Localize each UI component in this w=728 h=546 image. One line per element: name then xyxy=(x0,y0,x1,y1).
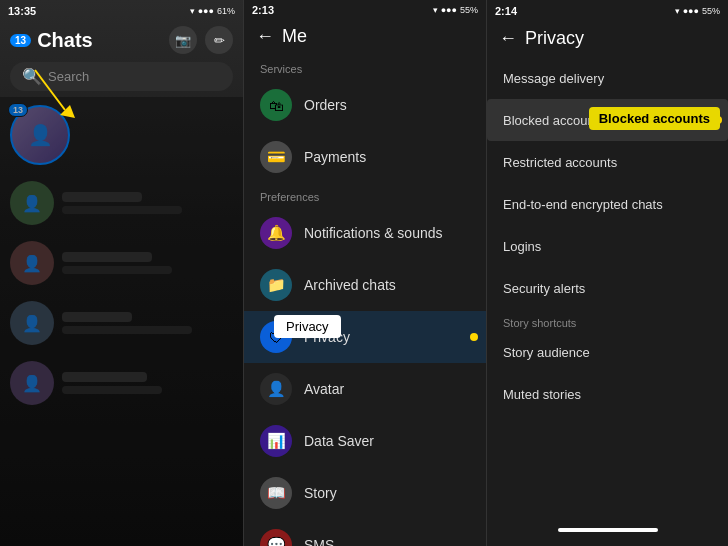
privacy-item-logins[interactable]: Logins xyxy=(487,225,728,267)
time-1: 13:35 xyxy=(8,5,36,17)
header-icons: 📷 ✏ xyxy=(169,26,233,54)
notifications-icon: 🔔 xyxy=(260,217,292,249)
menu-item-datasaver[interactable]: 📊 Data Saver xyxy=(244,415,486,467)
logins-label: Logins xyxy=(503,239,541,254)
privacy-item-blocked[interactable]: Blocked accounts Blocked accounts xyxy=(487,99,728,141)
back-button-privacy[interactable]: ← xyxy=(499,28,517,49)
menu-item-story[interactable]: 📖 Story xyxy=(244,467,486,519)
payments-icon: 💳 xyxy=(260,141,292,173)
back-button[interactable]: ← xyxy=(256,26,274,47)
status-bar-2: 2:13 ▾ ●●● 55% xyxy=(244,0,486,20)
menu-item-payments[interactable]: 💳 Payments xyxy=(244,131,486,183)
privacy-item-e2e[interactable]: End-to-end encrypted chats xyxy=(487,183,728,225)
privacy-tooltip: Privacy xyxy=(274,315,341,338)
annotation-arrow xyxy=(15,60,95,140)
payments-label: Payments xyxy=(304,149,366,165)
menu-item-avatar[interactable]: 👤 Avatar xyxy=(244,363,486,415)
me-header: ← Me xyxy=(244,20,486,55)
security-alerts-label: Security alerts xyxy=(503,281,585,296)
chat-list: 👤 13 👤 👤 👤 xyxy=(0,97,243,546)
avatar-label: Avatar xyxy=(304,381,344,397)
status-bar-3: 2:14 ▾ ●●● 55% xyxy=(487,0,728,22)
privacy-header: ← Privacy xyxy=(487,22,728,57)
preferences-label: Preferences xyxy=(244,183,486,207)
wifi-icon-2: ▾ xyxy=(433,5,438,15)
signal-icon-2: ●●● xyxy=(441,5,457,15)
panel-chats: 13:35 ▾ ●●● 61% 13 Chats 📷 ✏ 🔍 Search xyxy=(0,0,243,546)
privacy-title: Privacy xyxy=(525,28,584,49)
avatar-icon: 👤 xyxy=(260,373,292,405)
signal-icon-3: ●●● xyxy=(683,6,699,16)
notifications-label: Notifications & sounds xyxy=(304,225,443,241)
time-3: 2:14 xyxy=(495,5,517,17)
battery-icon: 61% xyxy=(217,6,235,16)
chats-title-text: Chats xyxy=(37,29,93,52)
chats-title-area: 13 Chats xyxy=(10,29,93,52)
archived-icon: 📁 xyxy=(260,269,292,301)
datasaver-icon: 📊 xyxy=(260,425,292,457)
story-icon: 📖 xyxy=(260,477,292,509)
panel-me: 2:13 ▾ ●●● 55% ← Me Services 🛍 Orders 💳 … xyxy=(243,0,486,546)
e2e-label: End-to-end encrypted chats xyxy=(503,197,663,212)
services-label: Services xyxy=(244,55,486,79)
time-2: 2:13 xyxy=(252,4,274,16)
story-shortcuts-section: Story shortcuts xyxy=(487,309,728,331)
orders-label: Orders xyxy=(304,97,347,113)
chats-badge: 13 xyxy=(10,34,31,47)
nav-bar-3 xyxy=(558,528,658,532)
status-icons-2: ▾ ●●● 55% xyxy=(433,5,478,15)
datasaver-label: Data Saver xyxy=(304,433,374,449)
story-label: Story xyxy=(304,485,337,501)
battery-icon-3: 55% xyxy=(702,6,720,16)
privacy-item-security[interactable]: Security alerts xyxy=(487,267,728,309)
sms-label: SMS xyxy=(304,537,334,546)
story-audience-label: Story audience xyxy=(503,345,590,360)
menu-item-privacy[interactable]: 🛡 Privacy Privacy xyxy=(244,311,486,363)
privacy-item-story-audience[interactable]: Story audience xyxy=(487,331,728,373)
chats-header: 13 Chats 📷 ✏ xyxy=(0,22,243,60)
wifi-icon: ▾ xyxy=(190,6,195,16)
menu-item-notifications[interactable]: 🔔 Notifications & sounds xyxy=(244,207,486,259)
status-bar-1: 13:35 ▾ ●●● 61% xyxy=(0,0,243,22)
status-icons-3: ▾ ●●● 55% xyxy=(675,6,720,16)
svg-line-0 xyxy=(35,70,65,110)
privacy-item-message-delivery[interactable]: Message delivery xyxy=(487,57,728,99)
privacy-item-restricted[interactable]: Restricted accounts xyxy=(487,141,728,183)
menu-item-archived[interactable]: 📁 Archived chats xyxy=(244,259,486,311)
restricted-accounts-label: Restricted accounts xyxy=(503,155,617,170)
sms-icon: 💬 xyxy=(260,529,292,546)
compose-button[interactable]: ✏ xyxy=(205,26,233,54)
me-title: Me xyxy=(282,26,307,47)
privacy-yellow-dot xyxy=(470,333,478,341)
blocked-tooltip: Blocked accounts xyxy=(589,107,720,130)
orders-icon: 🛍 xyxy=(260,89,292,121)
battery-icon-2: 55% xyxy=(460,5,478,15)
muted-stories-label: Muted stories xyxy=(503,387,581,402)
wifi-icon-3: ▾ xyxy=(675,6,680,16)
camera-button[interactable]: 📷 xyxy=(169,26,197,54)
message-delivery-label: Message delivery xyxy=(503,71,604,86)
archived-label: Archived chats xyxy=(304,277,396,293)
menu-item-sms[interactable]: 💬 SMS xyxy=(244,519,486,546)
signal-icon: ●●● xyxy=(198,6,214,16)
menu-item-orders[interactable]: 🛍 Orders xyxy=(244,79,486,131)
privacy-item-muted-stories[interactable]: Muted stories xyxy=(487,373,728,415)
panel-privacy: 2:14 ▾ ●●● 55% ← Privacy Message deliver… xyxy=(486,0,728,546)
bottom-nav-3 xyxy=(487,528,728,546)
status-icons-1: ▾ ●●● 61% xyxy=(190,6,235,16)
